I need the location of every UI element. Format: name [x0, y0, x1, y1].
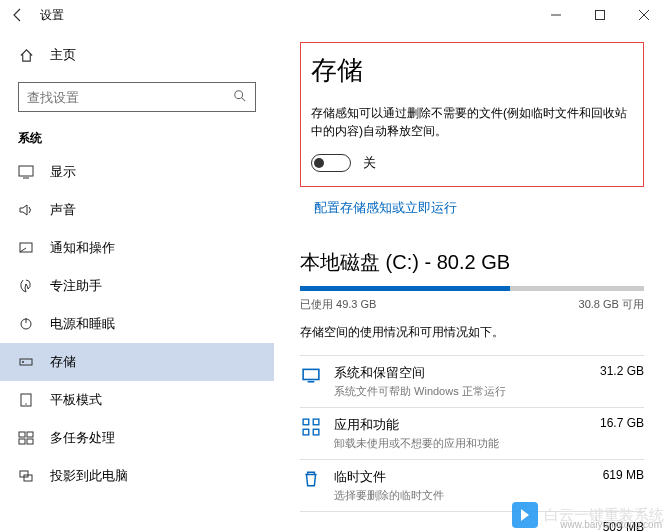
- category-name: 临时文件: [334, 468, 603, 486]
- search-icon: [233, 89, 247, 106]
- svg-line-9: [20, 248, 26, 252]
- sidebar-item-focus[interactable]: 专注助手: [0, 267, 274, 305]
- watermark-logo: [512, 502, 538, 528]
- svg-rect-6: [19, 166, 33, 176]
- group-title: 系统: [0, 126, 274, 153]
- apps-icon: [300, 418, 322, 436]
- search-input[interactable]: [27, 90, 233, 105]
- back-button[interactable]: [4, 1, 32, 29]
- category-sub: 系统文件可帮助 Windows 正常运行: [334, 384, 600, 399]
- sound-icon: [18, 202, 34, 218]
- category-name: 系统和保留空间: [334, 364, 600, 382]
- sidebar-item-display[interactable]: 显示: [0, 153, 274, 191]
- sidebar-item-label: 存储: [50, 353, 76, 371]
- sidebar-item-label: 通知和操作: [50, 239, 115, 257]
- storage-icon: [18, 354, 34, 370]
- focus-icon: [18, 278, 34, 294]
- trash-icon: [300, 470, 322, 488]
- svg-rect-26: [303, 429, 309, 435]
- svg-point-4: [235, 90, 243, 98]
- category-text: 临时文件 选择要删除的临时文件: [334, 468, 603, 503]
- sidebar-item-tablet[interactable]: 平板模式: [0, 381, 274, 419]
- storage-sense-description: 存储感知可以通过删除不需要的文件(例如临时文件和回收站中的内容)自动释放空间。: [311, 104, 633, 140]
- svg-rect-25: [313, 419, 319, 425]
- tablet-icon: [18, 392, 34, 408]
- sidebar-item-power[interactable]: 电源和睡眠: [0, 305, 274, 343]
- notification-icon: [18, 240, 34, 256]
- sidebar-item-label: 投影到此电脑: [50, 467, 128, 485]
- window-title: 设置: [40, 7, 64, 24]
- highlight-box: 存储 存储感知可以通过删除不需要的文件(例如临时文件和回收站中的内容)自动释放空…: [300, 42, 644, 187]
- svg-rect-22: [303, 369, 319, 379]
- toggle-knob: [314, 158, 324, 168]
- svg-point-15: [25, 403, 26, 404]
- watermark-url: www.baiyunxitong.com: [560, 519, 662, 530]
- category-size: 31.2 GB: [600, 364, 644, 378]
- category-size: 619 MB: [603, 468, 644, 482]
- sidebar-item-sound[interactable]: 声音: [0, 191, 274, 229]
- disk-usage-bar: [300, 286, 644, 291]
- storage-sense-toggle[interactable]: [311, 154, 351, 172]
- category-name: 应用和功能: [334, 416, 600, 434]
- svg-rect-24: [303, 419, 309, 425]
- close-button[interactable]: [622, 1, 666, 29]
- sidebar-item-multitask[interactable]: 多任务处理: [0, 419, 274, 457]
- disk-heading: 本地磁盘 (C:) - 80.2 GB: [300, 249, 644, 276]
- minimize-button[interactable]: [534, 1, 578, 29]
- disk-usage-labels: 已使用 49.3 GB 30.8 GB 可用: [300, 297, 644, 312]
- svg-rect-16: [19, 432, 25, 437]
- category-apps[interactable]: 应用和功能 卸载未使用或不想要的应用和功能 16.7 GB: [300, 407, 644, 459]
- category-sub: 卸载未使用或不想要的应用和功能: [334, 436, 600, 451]
- category-sub: 选择要删除的临时文件: [334, 488, 603, 503]
- multitask-icon: [18, 430, 34, 446]
- sidebar: 主页 系统 显示 声音 通知和操作 专注助手 电源和睡眠 存储: [0, 30, 274, 532]
- power-icon: [18, 316, 34, 332]
- svg-rect-1: [596, 11, 605, 20]
- used-label: 已使用 49.3 GB: [300, 297, 376, 312]
- category-system[interactable]: 系统和保留空间 系统文件可帮助 Windows 正常运行 31.2 GB: [300, 355, 644, 407]
- home-label: 主页: [50, 46, 76, 64]
- svg-point-13: [22, 361, 24, 363]
- svg-line-5: [242, 97, 246, 101]
- free-label: 30.8 GB 可用: [579, 297, 644, 312]
- svg-rect-17: [27, 432, 33, 437]
- toggle-state-label: 关: [363, 154, 376, 172]
- sidebar-item-storage[interactable]: 存储: [0, 343, 274, 381]
- search-box[interactable]: [18, 82, 256, 112]
- sidebar-item-label: 专注助手: [50, 277, 102, 295]
- arrow-left-icon: [10, 7, 26, 23]
- usage-note: 存储空间的使用情况和可用情况如下。: [300, 324, 644, 341]
- svg-rect-19: [27, 439, 33, 444]
- sidebar-item-label: 平板模式: [50, 391, 102, 409]
- storage-sense-toggle-row: 关: [311, 154, 633, 172]
- display-icon: [18, 164, 34, 180]
- system-icon: [300, 366, 322, 384]
- svg-rect-12: [20, 359, 32, 365]
- content: 存储 存储感知可以通过删除不需要的文件(例如临时文件和回收站中的内容)自动释放空…: [274, 30, 670, 532]
- sidebar-item-notifications[interactable]: 通知和操作: [0, 229, 274, 267]
- page-title: 存储: [311, 53, 633, 88]
- sidebar-item-project[interactable]: 投影到此电脑: [0, 457, 274, 495]
- maximize-button[interactable]: [578, 1, 622, 29]
- project-icon: [18, 468, 34, 484]
- home-link[interactable]: 主页: [0, 38, 274, 72]
- configure-link[interactable]: 配置存储感知或立即运行: [300, 193, 471, 223]
- category-size: 16.7 GB: [600, 416, 644, 430]
- titlebar: 设置: [0, 0, 670, 30]
- sidebar-item-label: 显示: [50, 163, 76, 181]
- svg-rect-27: [313, 429, 319, 435]
- sidebar-item-label: 多任务处理: [50, 429, 115, 447]
- window-controls: [534, 1, 666, 29]
- sidebar-item-label: 声音: [50, 201, 76, 219]
- category-text: 应用和功能 卸载未使用或不想要的应用和功能: [334, 416, 600, 451]
- home-icon: [18, 48, 34, 63]
- svg-rect-18: [19, 439, 25, 444]
- sidebar-item-label: 电源和睡眠: [50, 315, 115, 333]
- category-text: 系统和保留空间 系统文件可帮助 Windows 正常运行: [334, 364, 600, 399]
- disk-usage-fill: [300, 286, 510, 291]
